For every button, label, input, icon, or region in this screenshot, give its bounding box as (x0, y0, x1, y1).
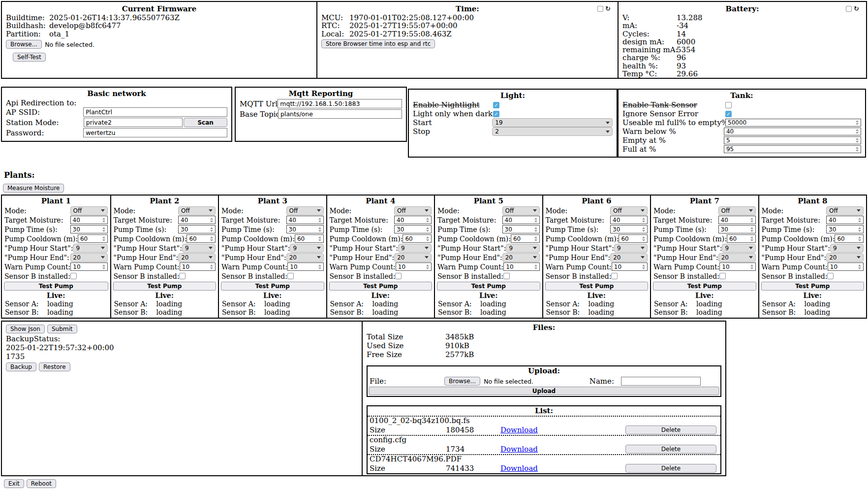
delete-button[interactable]: Delete (625, 445, 716, 454)
enable-tank-sensor-checkbox[interactable] (725, 102, 732, 108)
spinner-icon[interactable] (749, 236, 754, 241)
spinner-icon[interactable] (209, 236, 214, 241)
spinner-icon[interactable] (641, 227, 646, 232)
firmware-browse-button[interactable]: Browse... (6, 40, 42, 49)
test-pump-button[interactable]: Test Pump (113, 282, 217, 291)
warn-pump-count-input[interactable]: 10 (287, 262, 323, 271)
light-only-dark-checkbox[interactable] (493, 111, 499, 117)
sensor-b-installed-checkbox[interactable] (611, 273, 618, 279)
pump-hour-end-select[interactable]: 20 (70, 253, 108, 262)
base-topic-input[interactable] (278, 109, 402, 119)
target-moisture-input[interactable]: 40 (394, 216, 432, 224)
spinner-icon[interactable] (101, 236, 106, 241)
mode-select[interactable]: Off (286, 206, 324, 215)
pump-hour-start-select[interactable]: 9 (506, 244, 539, 253)
delete-button[interactable]: Delete (625, 426, 716, 434)
show-json-button[interactable]: Show Json (6, 325, 45, 333)
pump-hour-end-select[interactable]: 20 (718, 253, 756, 262)
reboot-button[interactable]: Reboot (27, 479, 56, 488)
submit-button[interactable]: Submit (47, 325, 77, 333)
light-start-select[interactable]: 19 (492, 118, 613, 127)
mode-select[interactable]: Off (502, 206, 540, 215)
spinner-icon[interactable] (425, 218, 430, 223)
pump-cooldown-input[interactable]: 60 (727, 234, 756, 243)
warn-pump-count-input[interactable]: 10 (396, 262, 432, 271)
refresh-icon[interactable]: ↻ (854, 5, 859, 12)
sensor-b-installed-checkbox[interactable] (287, 273, 294, 279)
pump-hour-start-select[interactable]: 9 (722, 244, 755, 253)
delete-button[interactable]: Delete (625, 464, 716, 473)
spinner-icon[interactable] (855, 129, 860, 134)
spinner-icon[interactable] (533, 218, 538, 223)
target-moisture-input[interactable]: 40 (178, 216, 216, 224)
mode-select[interactable]: Off (394, 206, 432, 215)
warn-pump-count-input[interactable]: 10 (70, 262, 107, 271)
test-pump-button[interactable]: Test Pump (545, 282, 649, 291)
spinner-icon[interactable] (209, 218, 214, 223)
pump-hour-start-select[interactable]: 9 (73, 244, 107, 253)
restore-button[interactable]: Restore (39, 362, 70, 371)
mqtt-url-input[interactable] (278, 99, 402, 108)
spinner-icon[interactable] (533, 264, 538, 269)
warn-below-input[interactable]: 40 (724, 128, 861, 135)
mode-select[interactable]: Off (826, 206, 864, 215)
pump-hour-start-select[interactable]: 9 (182, 244, 216, 253)
spinner-icon[interactable] (857, 227, 862, 232)
target-moisture-input[interactable]: 40 (826, 216, 864, 224)
spinner-icon[interactable] (857, 264, 862, 269)
pump-cooldown-input[interactable]: 60 (619, 234, 648, 243)
spinner-icon[interactable] (857, 236, 862, 241)
test-pump-button[interactable]: Test Pump (221, 282, 324, 291)
pump-time-input[interactable]: 30 (70, 225, 108, 233)
pump-time-input[interactable]: 30 (502, 225, 540, 233)
spinner-icon[interactable] (317, 264, 322, 269)
spinner-icon[interactable] (641, 236, 646, 241)
pump-hour-end-select[interactable]: 20 (286, 253, 324, 262)
target-moisture-input[interactable]: 40 (502, 216, 540, 224)
useable-ml-input[interactable]: 50000 (725, 119, 861, 127)
spinner-icon[interactable] (209, 227, 214, 232)
backup-button[interactable]: Backup (6, 362, 36, 371)
target-moisture-input[interactable]: 40 (718, 216, 756, 224)
scan-button[interactable]: Scan (184, 118, 227, 127)
pump-time-input[interactable]: 30 (718, 225, 756, 233)
refresh-icon[interactable]: ↻ (605, 5, 611, 12)
empty-at-input[interactable]: 5 (724, 136, 861, 144)
pump-cooldown-input[interactable]: 60 (835, 234, 864, 243)
spinner-icon[interactable] (317, 227, 322, 232)
store-browser-time-button[interactable]: Store Browser time into esp and rtc (321, 39, 435, 48)
sensor-b-installed-checkbox[interactable] (395, 273, 402, 279)
pump-hour-start-select[interactable]: 9 (614, 244, 648, 253)
measure-moisture-button[interactable]: Measure Moisture (3, 184, 64, 193)
spinner-icon[interactable] (855, 120, 860, 125)
ap-ssid-input[interactable] (83, 107, 227, 117)
pump-cooldown-input[interactable]: 60 (403, 234, 432, 243)
station-ssid-input[interactable] (84, 118, 183, 127)
spinner-icon[interactable] (101, 218, 106, 223)
spinner-icon[interactable] (749, 218, 754, 223)
target-moisture-input[interactable]: 40 (286, 216, 324, 224)
pump-hour-end-select[interactable]: 20 (502, 253, 540, 262)
upload-browse-button[interactable]: Browse... (444, 377, 480, 386)
spinner-icon[interactable] (749, 227, 754, 232)
pump-hour-end-select[interactable]: 20 (826, 253, 864, 262)
spinner-icon[interactable] (425, 264, 430, 269)
sensor-b-installed-checkbox[interactable] (70, 273, 77, 279)
spinner-icon[interactable] (317, 236, 322, 241)
light-stop-select[interactable]: 2 (492, 127, 613, 136)
ignore-sensor-error-checkbox[interactable] (725, 111, 732, 117)
test-pump-button[interactable]: Test Pump (653, 282, 756, 291)
self-test-button[interactable]: Self-Test (13, 53, 46, 62)
password-input[interactable] (83, 128, 227, 137)
pump-cooldown-input[interactable]: 60 (295, 234, 324, 243)
spinner-icon[interactable] (641, 264, 646, 269)
pump-hour-start-select[interactable]: 9 (830, 244, 864, 253)
time-auto-refresh-checkbox[interactable] (597, 6, 603, 12)
spinner-icon[interactable] (425, 236, 430, 241)
spinner-icon[interactable] (533, 227, 538, 232)
pump-hour-end-select[interactable]: 20 (610, 253, 648, 262)
test-pump-button[interactable]: Test Pump (4, 282, 108, 291)
download-link[interactable]: Download (500, 464, 538, 473)
sensor-b-installed-checkbox[interactable] (503, 273, 510, 279)
upload-button[interactable]: Upload (369, 387, 719, 395)
